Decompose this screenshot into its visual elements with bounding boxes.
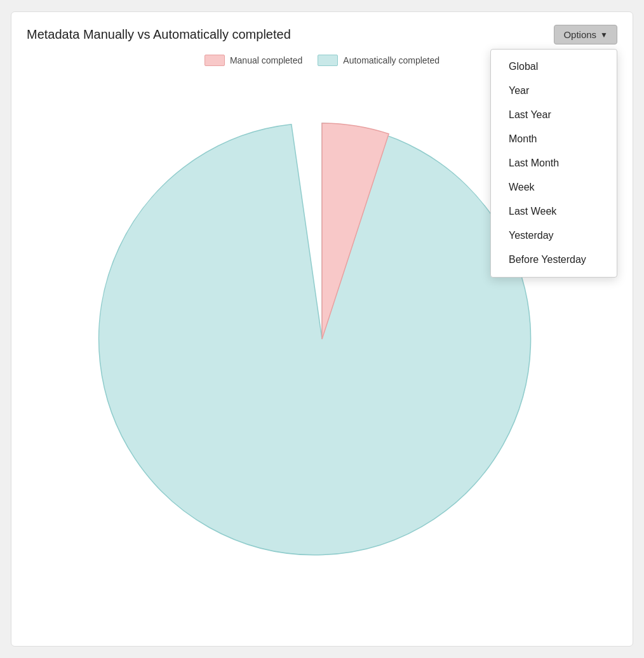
dropdown-item-before-yesterday[interactable]: Before Yesterday bbox=[491, 248, 617, 272]
dropdown-item-last-month[interactable]: Last Month bbox=[491, 151, 617, 175]
chevron-down-icon: ▼ bbox=[600, 30, 608, 39]
options-button[interactable]: Options ▼ bbox=[554, 25, 617, 44]
card-header: Metadata Manually vs Automatically compl… bbox=[27, 25, 617, 44]
card-title: Metadata Manually vs Automatically compl… bbox=[27, 27, 291, 42]
dropdown-item-year[interactable]: Year bbox=[491, 79, 617, 103]
main-card: Metadata Manually vs Automatically compl… bbox=[11, 11, 633, 647]
legend-item-manual: Manual completed bbox=[205, 55, 302, 66]
dropdown-item-week[interactable]: Week bbox=[491, 175, 617, 199]
dropdown-item-global[interactable]: Global bbox=[491, 55, 617, 79]
auto-slice bbox=[99, 123, 531, 555]
dropdown-item-last-year[interactable]: Last Year bbox=[491, 103, 617, 127]
legend-swatch-auto bbox=[318, 55, 338, 66]
legend-label-manual: Manual completed bbox=[230, 55, 302, 65]
dropdown-item-month[interactable]: Month bbox=[491, 127, 617, 151]
legend-swatch-manual bbox=[205, 55, 225, 66]
options-button-label: Options bbox=[563, 29, 596, 40]
legend-label-auto: Automatically completed bbox=[343, 55, 439, 65]
options-dropdown: Global Year Last Year Month Last Month W… bbox=[490, 49, 617, 278]
dropdown-item-last-week[interactable]: Last Week bbox=[491, 199, 617, 224]
dropdown-item-yesterday[interactable]: Yesterday bbox=[491, 224, 617, 248]
legend-item-auto: Automatically completed bbox=[318, 55, 439, 66]
